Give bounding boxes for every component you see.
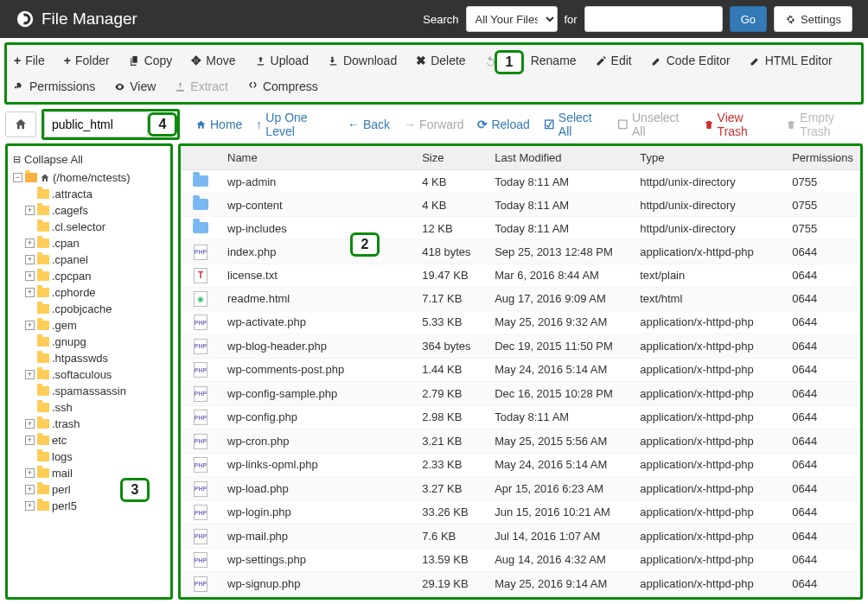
settings-button[interactable]: Settings xyxy=(774,6,852,32)
code-editor-button[interactable]: Code Editor xyxy=(649,50,732,71)
expand-toggle[interactable]: + xyxy=(25,419,35,429)
new-folder-button[interactable]: +Folder xyxy=(62,50,112,71)
table-row[interactable]: PHPwp-load.php3.27 KBApr 15, 2016 6:23 A… xyxy=(181,477,860,501)
php-file-icon: PHP xyxy=(194,505,207,520)
expand-toggle[interactable]: + xyxy=(25,288,35,297)
tree-item[interactable]: .gnupg xyxy=(25,334,167,350)
tree-item[interactable]: .cl.selector xyxy=(25,219,167,235)
go-home-button[interactable] xyxy=(5,111,36,137)
folder-icon xyxy=(37,370,49,379)
table-row[interactable]: PHPwp-links-opml.php2.33 KBMay 24, 2016 … xyxy=(181,453,860,477)
download-button[interactable]: Download xyxy=(326,50,399,71)
nav-select-all[interactable]: ☑Select All xyxy=(544,111,603,138)
tree-item[interactable]: logs xyxy=(25,448,167,465)
file-name: wp-links-opml.php xyxy=(220,453,415,477)
tree-item[interactable]: .spamassassin xyxy=(25,383,167,399)
move-button[interactable]: ✥Move xyxy=(189,50,237,71)
delete-button[interactable]: ✖Delete xyxy=(414,50,467,71)
table-row[interactable]: wp-includes12 KBToday 8:11 AMhttpd/unix-… xyxy=(181,217,860,240)
expand-toggle[interactable]: − xyxy=(13,173,22,182)
tree-item[interactable]: +.cagefs xyxy=(25,202,167,219)
expand-toggle xyxy=(25,403,35,412)
expand-toggle[interactable]: + xyxy=(25,271,35,281)
tree-item[interactable]: +.softaculous xyxy=(25,366,167,383)
tree-item[interactable]: +.trash xyxy=(25,416,167,432)
file-name: wp-content xyxy=(220,194,415,217)
view-button[interactable]: View xyxy=(112,76,157,97)
nav-back[interactable]: ←Back xyxy=(348,118,390,131)
expand-toggle[interactable]: + xyxy=(25,468,35,478)
file-perms: 0644 xyxy=(785,453,860,477)
table-row[interactable]: PHPwp-blog-header.php364 bytesDec 19, 20… xyxy=(181,334,860,359)
compress-button[interactable]: Compress xyxy=(246,76,320,97)
expand-toggle[interactable]: + xyxy=(25,238,35,248)
tree-item[interactable]: +.cpan xyxy=(25,235,167,251)
col-perms[interactable]: Permissions xyxy=(785,146,860,170)
table-row[interactable]: PHPwp-config.php2.98 KBToday 8:11 AMappl… xyxy=(181,405,860,429)
table-row[interactable]: PHPwp-comments-post.php1.44 KBMay 24, 20… xyxy=(181,358,860,382)
upload-button[interactable]: Upload xyxy=(253,50,310,71)
file-size: 3.27 KB xyxy=(415,477,488,501)
edit-button[interactable]: Edit xyxy=(594,50,634,71)
nav-view-trash[interactable]: View Trash xyxy=(704,111,773,138)
table-row[interactable]: PHPwp-login.php33.26 KBJun 15, 2016 10:2… xyxy=(181,500,860,525)
table-row[interactable]: PHPwp-trackback.php3.94 KBDec 1, 2014 9:… xyxy=(181,595,860,600)
tree-item-label: .cl.selector xyxy=(52,220,105,233)
nav-up[interactable]: ↑Up One Level xyxy=(256,111,334,138)
go-button[interactable]: Go xyxy=(730,6,767,32)
file-type: application/x-httpd-php xyxy=(633,310,785,334)
tree-item[interactable]: .ssh xyxy=(25,399,167,416)
tree-item[interactable]: .cpobjcache xyxy=(25,301,167,317)
tree-item[interactable]: +.gem xyxy=(25,317,167,334)
table-row[interactable]: PHPwp-signup.php29.19 KBMay 25, 2016 9:1… xyxy=(181,572,860,596)
col-size[interactable]: Size xyxy=(415,146,488,170)
tree-item[interactable]: .htpasswds xyxy=(25,350,167,366)
expand-toggle[interactable]: + xyxy=(25,501,35,511)
nav-forward[interactable]: →Forward xyxy=(404,118,463,131)
col-modified[interactable]: Last Modified xyxy=(488,146,633,170)
search-scope-select[interactable]: All Your Files xyxy=(466,6,558,32)
expand-toggle[interactable]: + xyxy=(25,255,35,264)
permissions-button[interactable]: Permissions xyxy=(12,76,97,97)
extract-button[interactable]: Extract xyxy=(173,76,230,97)
col-type[interactable]: Type xyxy=(633,146,785,170)
expand-toggle[interactable]: + xyxy=(25,370,35,379)
expand-toggle[interactable]: + xyxy=(25,206,35,215)
new-file-button[interactable]: +File xyxy=(12,50,47,71)
file-size: 13.59 KB xyxy=(415,548,488,572)
tree-item[interactable]: .attracta xyxy=(25,186,167,202)
col-name[interactable]: Name xyxy=(220,146,415,170)
nav-reload[interactable]: ⟳Reload xyxy=(477,118,529,131)
expand-toggle[interactable]: + xyxy=(25,485,35,494)
tree-item[interactable]: +etc xyxy=(25,432,167,448)
table-row[interactable]: wp-content4 KBToday 8:11 AMhttpd/unix-di… xyxy=(181,194,860,217)
table-row[interactable]: wp-admin4 KBToday 8:11 AMhttpd/unix-dire… xyxy=(181,170,860,194)
pencil-icon xyxy=(596,55,607,67)
table-row[interactable]: PHPwp-config-sample.php2.79 KBDec 16, 20… xyxy=(181,382,860,406)
tree-item[interactable]: +.cphorde xyxy=(25,284,167,301)
table-row[interactable]: Tlicense.txt19.47 KBMar 6, 2016 8:44 AMt… xyxy=(181,264,860,287)
file-modified: May 25, 2016 9:14 AM xyxy=(488,572,633,596)
collapse-all-button[interactable]: ⊟Collapse All xyxy=(11,149,167,169)
tree-root[interactable]: − (/home/nctests) xyxy=(13,169,167,186)
path-input[interactable] xyxy=(44,111,148,137)
tree-item[interactable]: +.cpanel xyxy=(25,251,167,268)
search-input[interactable] xyxy=(584,6,723,32)
nav-unselect-all[interactable]: ☐Unselect All xyxy=(617,111,690,138)
table-row[interactable]: PHPwp-cron.php3.21 KBMay 25, 2015 5:56 A… xyxy=(181,429,860,454)
tree-item[interactable]: +.cpcpan xyxy=(25,268,167,284)
table-row[interactable]: PHPwp-activate.php5.33 KBMay 25, 2016 9:… xyxy=(181,310,860,334)
table-row[interactable]: ◉readme.html7.17 KBAug 17, 2016 9:09 AMt… xyxy=(181,287,860,310)
table-row[interactable]: PHPwp-settings.php13.59 KBAug 14, 2016 4… xyxy=(181,548,860,572)
file-name: wp-mail.php xyxy=(220,525,415,549)
file-perms: 0644 xyxy=(785,334,860,359)
table-row[interactable]: PHPindex.php418 bytesSep 25, 2013 12:48 … xyxy=(181,240,860,264)
copy-button[interactable]: Copy xyxy=(127,50,175,71)
html-editor-button[interactable]: HTML Editor xyxy=(748,50,834,71)
table-row[interactable]: PHPwp-mail.php7.6 KBJul 14, 2016 1:07 AM… xyxy=(181,525,860,549)
expand-toggle[interactable]: + xyxy=(25,436,35,445)
nav-empty-trash[interactable]: Empty Trash xyxy=(786,111,863,138)
expand-toggle[interactable]: + xyxy=(25,321,35,330)
nav-home[interactable]: Home xyxy=(195,118,242,131)
file-modified: Jul 14, 2016 1:07 AM xyxy=(488,525,633,549)
